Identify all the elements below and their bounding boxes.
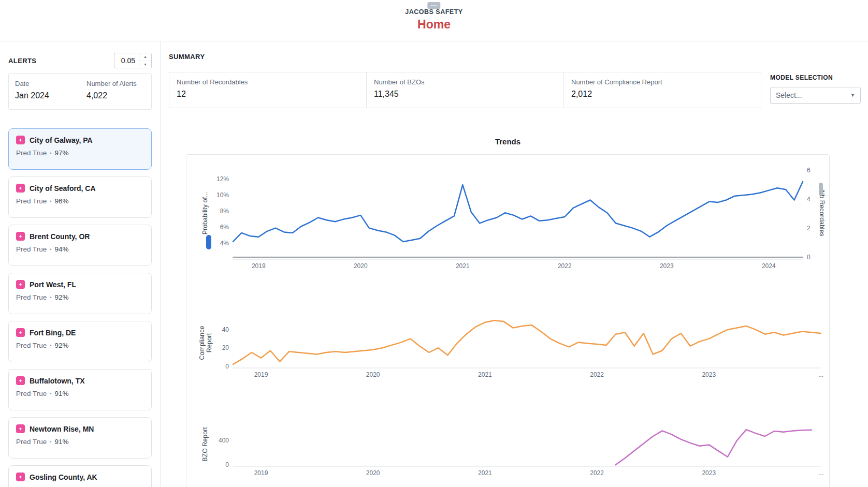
x-tick-label: 2019 [254, 469, 268, 477]
compliance-report-line [233, 320, 821, 364]
alert-card[interactable]: ✦Port West, FLPred True•92% [8, 273, 152, 314]
alerts-date-cell: Date Jan 2024 [9, 74, 80, 109]
x-tick-label: 2022 [590, 469, 604, 477]
alert-title-row: ✦Buffalotown, TX [16, 376, 144, 385]
alert-name: Gosling County, AK [30, 473, 97, 481]
y-tick-label: 12% [216, 175, 229, 183]
y-axis-title: Probability of... [201, 192, 209, 235]
alerts-count-label: Number of Alerts [86, 80, 145, 87]
y-tick-label: 6% [220, 224, 229, 231]
app-menu-button[interactable]: ••• [427, 2, 440, 9]
pred-percent: 94% [54, 245, 68, 253]
alert-name: Buffalotown, TX [30, 377, 85, 385]
model-selection-block: MODEL SELECTION Select... ▼ [770, 72, 861, 104]
alert-title-row: ✦Brent County, OR [16, 232, 144, 241]
pred-label: Pred True [16, 197, 47, 205]
alerts-count-cell: Number of Alerts 4,022 [80, 74, 151, 109]
spinner-decrement-button[interactable]: ▼ [139, 61, 151, 68]
pred-label: Pred True [16, 293, 47, 301]
bzo-report-chart[interactable]: 20192020202120222023...0400BZO Report [191, 420, 826, 484]
right-y-tick-label: 2 [807, 225, 811, 232]
recordables-label: Number of Recordables [177, 78, 359, 86]
pred-label: Pred True [16, 342, 47, 349]
x-tick-label: 2023 [702, 371, 716, 378]
threshold-spinner: ▲ ▼ [139, 53, 152, 68]
y-tick-label: 40 [222, 326, 229, 333]
alert-pin-icon: ✦ [16, 280, 25, 289]
alert-prediction: Pred True•96% [16, 197, 144, 205]
alert-list: ✦City of Galway, PAPred True•97%✦City of… [8, 128, 152, 487]
dot-separator: • [50, 295, 51, 300]
probability-chart[interactable]: 2019202020212022202320244%6%8%10%12%0246… [191, 161, 826, 272]
right-axis-drag-handle[interactable] [819, 183, 823, 196]
alert-card[interactable]: ✦Newtown Rise, MNPred True•91% [8, 417, 152, 459]
chevron-up-icon: ▲ [143, 55, 147, 58]
compliance-value: 2,012 [571, 90, 754, 99]
alert-threshold-control: ▲ ▼ [114, 53, 152, 68]
alert-pin-icon: ✦ [16, 328, 25, 337]
x-tick-label: 2020 [366, 371, 380, 378]
x-tick-label: 2022 [590, 371, 604, 378]
chevron-down-icon: ▼ [850, 93, 855, 98]
alert-pin-icon: ✦ [16, 232, 25, 241]
y-axis-title: BZO Report [201, 427, 209, 462]
alerts-summary-card: Date Jan 2024 Number of Alerts 4,022 [8, 73, 152, 110]
alert-card[interactable]: ✦City of Seaford, CAPred True•96% [8, 176, 152, 218]
x-tick-label: ... [818, 469, 823, 477]
right-y-tick-label: 6 [807, 167, 811, 174]
date-label: Date [15, 80, 74, 87]
model-select-dropdown[interactable]: Select... ▼ [770, 87, 861, 104]
x-tick-label: 2023 [660, 262, 674, 270]
page-title: Home [0, 18, 868, 32]
y-tick-label: 0 [225, 363, 229, 370]
alert-card[interactable]: ✦Brent County, ORPred True•94% [8, 225, 152, 266]
alert-name: City of Galway, PA [30, 136, 93, 144]
alert-card[interactable]: ✦City of Galway, PAPred True•97% [8, 128, 152, 170]
alerts-sidebar: ALERTS ▲ ▼ Date Jan 2024 Number of Alert… [0, 41, 161, 487]
alert-name: Newtown Rise, MN [30, 425, 94, 433]
date-value: Jan 2024 [15, 91, 74, 100]
compliance-report-chart[interactable]: 20192020202120222023...02040ComplianceRe… [191, 315, 826, 380]
alert-title-row: ✦Port West, FL [16, 280, 144, 289]
y-tick-label: 10% [216, 191, 229, 199]
x-tick-label: 2021 [478, 469, 492, 477]
spinner-increment-button[interactable]: ▲ [139, 53, 151, 61]
alert-prediction: Pred True•97% [16, 149, 144, 157]
alert-prediction: Pred True•91% [16, 438, 144, 446]
summary-cell-recordables: Number of Recordables 12 [169, 72, 366, 108]
x-tick-label: 2021 [478, 371, 492, 378]
compliance-label: Number of Compliance Report [571, 78, 754, 86]
alert-title-row: ✦Newtown Rise, MN [16, 424, 144, 433]
alert-threshold-input[interactable] [114, 53, 139, 68]
alert-name: Fort Bing, DE [30, 329, 76, 337]
dot-separator: • [50, 343, 51, 348]
x-tick-label: 2019 [252, 262, 266, 270]
alert-title-row: ✦Fort Bing, DE [16, 328, 144, 337]
alert-card[interactable]: ✦Buffalotown, TXPred True•91% [8, 369, 152, 410]
alert-pin-icon: ✦ [16, 473, 25, 481]
summary-cell-compliance: Number of Compliance Report 2,012 [563, 72, 761, 108]
pred-percent: 97% [54, 149, 68, 157]
x-tick-label: 2021 [456, 262, 470, 270]
dot-separator: • [50, 151, 51, 156]
alerts-count-value: 4,022 [86, 91, 145, 100]
left-axis-drag-handle[interactable] [206, 235, 211, 249]
summary-section-title: SUMMARY [169, 53, 861, 61]
alert-prediction: Pred True•91% [16, 390, 144, 397]
alert-name: Port West, FL [30, 281, 76, 289]
pred-percent: 92% [54, 293, 68, 301]
alert-card[interactable]: ✦Gosling County, AKPred True•90% [8, 465, 152, 487]
summary-cell-bzos: Number of BZOs 11,345 [366, 72, 563, 108]
y-axis-title: Report [206, 333, 213, 352]
alert-pin-icon: ✦ [16, 184, 25, 193]
x-tick-label: 2023 [702, 469, 716, 477]
bzos-value: 11,345 [374, 90, 556, 99]
y-tick-label: 0 [225, 461, 229, 468]
pred-label: Pred True [16, 390, 47, 397]
dot-separator: • [50, 439, 51, 445]
main-panel: SUMMARY Number of Recordables 12 Number … [161, 41, 868, 487]
x-tick-label: 2024 [762, 262, 776, 270]
alert-card[interactable]: ✦Fort Bing, DEPred True•92% [8, 321, 152, 362]
summary-row: Number of Recordables 12 Number of BZOs … [169, 72, 861, 108]
trends-panel: 2019202020212022202320244%6%8%10%12%0246… [186, 154, 830, 487]
